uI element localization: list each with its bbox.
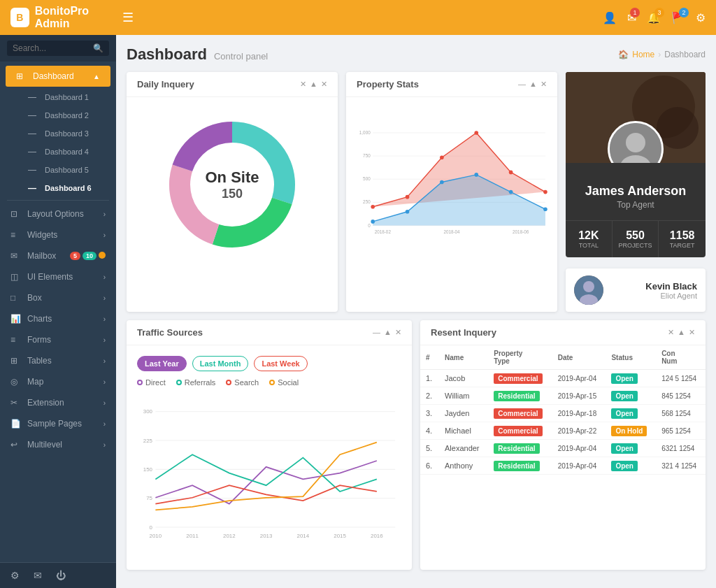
settings-icon[interactable]: ⚙	[696, 11, 706, 24]
main-content: Dashboard Control panel 🏠 Home › Dashboa…	[116, 35, 716, 588]
sidebar-item-layout[interactable]: ⊡ Layout Options ›	[0, 203, 116, 224]
sidebar-label-box: Box	[27, 293, 42, 303]
right-column: James Anderson Top Agent 12K TOTAL 550 P…	[566, 72, 706, 312]
cell-num: 6.	[420, 457, 439, 475]
traffic-title: Traffic Sources	[137, 327, 203, 338]
page-subtitle: Control panel	[214, 51, 268, 62]
sidebar-item-widgets[interactable]: ≡ Widgets ›	[0, 224, 116, 245]
cell-status: Open	[606, 457, 656, 475]
cell-date: 2019-Apr-04	[552, 440, 606, 457]
footer-settings-icon[interactable]: ⚙	[10, 570, 20, 581]
search-input[interactable]	[13, 43, 93, 53]
svg-text:2018-02: 2018-02	[375, 230, 392, 235]
traffic-header: Traffic Sources — ▲ ✕	[127, 320, 412, 345]
svg-point-25	[440, 180, 444, 185]
col-status: Status	[606, 345, 656, 370]
sidebar-label-dash6: Dashboard 6	[45, 184, 92, 192]
sidebar-item-forms[interactable]: ≡ Forms ›	[0, 329, 116, 350]
svg-text:250: 250	[363, 199, 371, 204]
svg-text:300: 300	[143, 408, 153, 415]
bottom-grid: Traffic Sources — ▲ ✕ Last Year Last Mon…	[127, 320, 706, 570]
sidebar-item-charts[interactable]: 📊 Charts ›	[0, 308, 116, 329]
property-stats-svg: 1,000 750 500 250 0	[353, 104, 550, 265]
ps-minimize[interactable]: —	[518, 80, 526, 89]
ps-expand[interactable]: ▲	[529, 80, 537, 89]
col-num: #	[420, 345, 439, 370]
hamburger-icon[interactable]: ☰	[122, 10, 134, 25]
svg-point-39	[583, 281, 594, 292]
user-icon[interactable]: 👤	[603, 11, 617, 24]
sidebar-label-widgets: Widgets	[27, 230, 57, 240]
sidebar-item-multilevel[interactable]: ↩ Multilevel ›	[0, 434, 116, 455]
filter-last-week[interactable]: Last Week	[254, 356, 307, 371]
sidebar-item-box[interactable]: □ Box ›	[0, 287, 116, 308]
ri-minimize[interactable]: ✕	[668, 328, 674, 337]
sidebar-item-dashboard5[interactable]: — Dashboard 5	[21, 161, 116, 179]
table-row: 6. Anthony Residential 2019-Apr-04 Open …	[420, 457, 706, 475]
svg-point-19	[474, 131, 478, 135]
sidebar-label-tables: Tables	[27, 356, 52, 366]
profile-role: Top Agent	[576, 200, 695, 210]
sidebar-item-dashboard4[interactable]: — Dashboard 4	[21, 143, 116, 161]
cell-type: Commercial	[488, 405, 552, 422]
sidebar-item-dashboard2[interactable]: — Dashboard 2	[21, 106, 116, 124]
ri-expand[interactable]: ▲	[678, 328, 685, 337]
close-icon[interactable]: ✕	[321, 80, 327, 89]
col-contact: ConNum	[656, 345, 706, 370]
recent-inquery-controls: ✕ ▲ ✕	[668, 328, 695, 337]
property-stats-title: Property Stats	[357, 79, 419, 89]
ps-close[interactable]: ✕	[540, 80, 547, 89]
svg-point-28	[543, 207, 547, 211]
sidebar-item-ui[interactable]: ◫ UI Elements ›	[0, 266, 116, 287]
widgets-icon: ≡	[10, 230, 22, 240]
property-stats-controls: — ▲ ✕	[518, 80, 547, 89]
property-stats-body: 1,000 750 500 250 0	[346, 97, 557, 275]
notification-icon[interactable]: 🔔3	[647, 11, 661, 24]
tr-close[interactable]: ✕	[395, 328, 401, 337]
sidebar-item-extension[interactable]: ✂ Extension ›	[0, 392, 116, 413]
sample-icon: 📄	[10, 419, 22, 429]
brand-name: BonitoPro Admin	[35, 5, 122, 30]
agent-avatar-img	[574, 275, 603, 305]
layout-arrow: ›	[103, 210, 106, 218]
sidebar-item-dashboard6[interactable]: — Dashboard 6	[21, 179, 116, 197]
flag-icon[interactable]: 🚩2	[671, 11, 685, 24]
top-navbar: B BonitoPro Admin ☰ 👤 ✉1 🔔3 🚩2 ⚙	[0, 0, 716, 35]
dash6-icon: —	[28, 183, 39, 193]
recent-inquery-title: Resent Inquery	[431, 327, 496, 338]
filter-last-year[interactable]: Last Year	[137, 356, 187, 371]
daily-inquery-card: Daily Inquery ✕ ▲ ✕	[127, 72, 338, 312]
sidebar-item-dashboard3[interactable]: — Dashboard 3	[21, 124, 116, 143]
cell-name: William	[439, 387, 488, 405]
footer-mail-icon[interactable]: ✉	[34, 570, 42, 581]
cell-num: 5.	[420, 440, 439, 457]
svg-text:0: 0	[368, 223, 371, 228]
home-icon: 🏠	[618, 50, 629, 59]
cell-status: Open	[606, 387, 656, 405]
sidebar-item-dashboard1[interactable]: — Dashboard 1	[21, 88, 116, 106]
dash4-icon: —	[28, 147, 39, 157]
sidebar-item-sample[interactable]: 📄 Sample Pages ›	[0, 413, 116, 434]
minimize-icon[interactable]: ✕	[300, 80, 306, 89]
forms-icon: ≡	[10, 335, 22, 345]
cell-status: Open	[606, 440, 656, 457]
sidebar-label-charts: Charts	[27, 314, 52, 324]
sidebar-label-forms: Forms	[27, 335, 51, 345]
mail-icon[interactable]: ✉1	[627, 11, 636, 24]
breadcrumb-home[interactable]: Home	[632, 50, 654, 59]
sidebar-item-map[interactable]: ◎ Map ›	[0, 371, 116, 392]
footer-power-icon[interactable]: ⏻	[56, 570, 66, 581]
tr-expand[interactable]: ▲	[384, 328, 392, 337]
expand-icon[interactable]: ▲	[310, 80, 317, 89]
filter-last-month[interactable]: Last Month	[192, 356, 249, 371]
search-wrap[interactable]: 🔍	[7, 41, 109, 56]
cell-type: Residential	[488, 387, 552, 405]
sidebar-item-dashboard[interactable]: ⊞ Dashboard ▲	[6, 66, 110, 87]
sidebar-item-mailbox[interactable]: ✉ Mailbox 5 10	[0, 245, 116, 266]
main-layout: 🔍 ⊞ Dashboard ▲ — Dashboard 1 — Dashboar…	[0, 35, 716, 588]
agent-avatar	[574, 275, 603, 305]
box-arrow: ›	[103, 294, 106, 302]
tr-minimize[interactable]: —	[373, 328, 380, 337]
sidebar-item-tables[interactable]: ⊞ Tables ›	[0, 350, 116, 371]
ri-close[interactable]: ✕	[689, 328, 695, 337]
